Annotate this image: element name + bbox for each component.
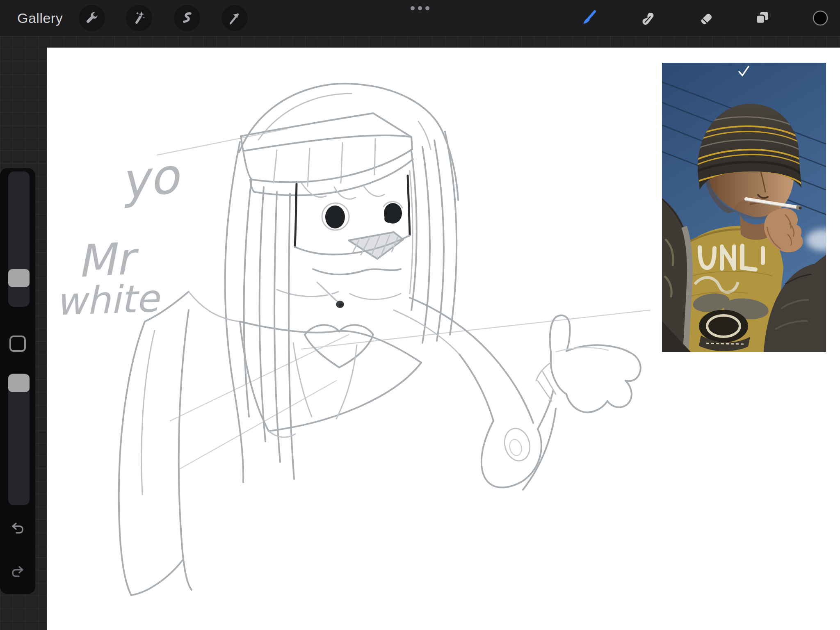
actions-button[interactable] [79,5,105,31]
s-ribbon-icon [179,10,195,26]
reference-image [662,63,826,352]
top-toolbar: Gallery [0,0,840,36]
color-circle-icon [811,9,830,27]
wrench-icon [84,10,100,26]
smudge-tool-button[interactable] [635,5,661,31]
sidebar-panel [0,168,35,594]
window-handle-dots[interactable] [411,6,429,10]
magic-wand-icon [131,10,147,26]
word-yo: yo [117,147,183,210]
selection-button[interactable] [174,5,200,31]
word-white: white [55,276,162,324]
brush-size-slider-handle[interactable] [8,269,30,287]
drawing-canvas[interactable]: yo Mr white [47,48,840,630]
undo-icon [9,520,26,536]
erase-tool-button[interactable] [693,5,719,31]
eraser-icon [697,9,716,27]
arrow-cursor-icon [226,10,243,26]
redo-icon [9,564,26,580]
layers-button[interactable] [749,5,775,31]
color-button[interactable] [807,5,833,31]
layers-icon [753,9,772,27]
opacity-slider-handle[interactable] [8,374,30,392]
gallery-button[interactable]: Gallery [17,0,63,36]
opacity-slider-track[interactable] [8,373,30,505]
smudge-finger-icon [639,9,657,27]
modify-button[interactable] [9,336,26,352]
procreate-window: yo Mr white [0,0,840,630]
adjustments-button[interactable] [126,5,152,31]
redo-button[interactable] [9,563,27,581]
paint-tool-button[interactable] [576,5,603,31]
paintbrush-icon [580,9,599,27]
undo-button[interactable] [9,519,27,537]
transform-button[interactable] [221,5,248,31]
